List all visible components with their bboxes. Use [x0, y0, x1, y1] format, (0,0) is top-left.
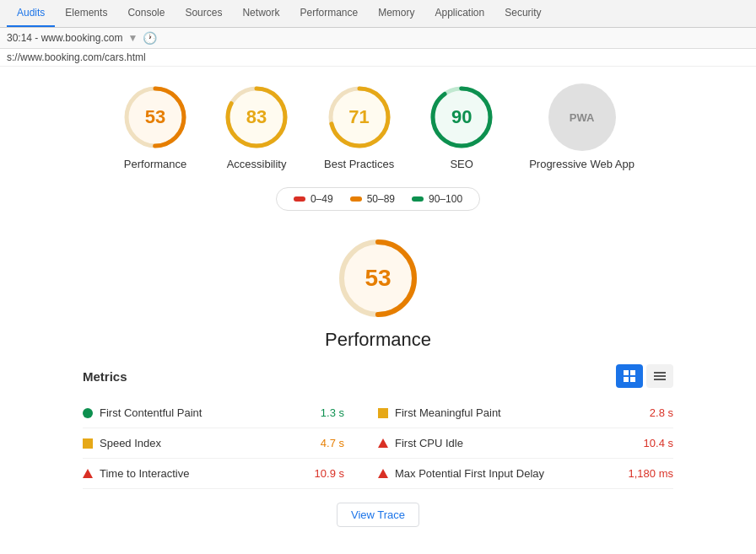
legend-item-90-100: 90–100	[412, 193, 462, 205]
svg-rect-10	[624, 370, 629, 375]
metric-name-si: Speed Index	[100, 437, 161, 449]
url-bar: 30:14 - www.booking.com ▼ 🕐	[0, 28, 756, 49]
metric-name-fcp: First Contentful Paint	[100, 406, 202, 419]
metrics-toggle-grid[interactable]	[616, 364, 643, 388]
metric-name-tti: Time to Interactive	[100, 467, 189, 480]
metric-row-2: Speed Index 4.7 s First CPU Idle 10.4 s	[83, 428, 673, 459]
metric-left-3: Time to Interactive 10.9 s	[83, 467, 378, 480]
score-label-performance: Performance	[124, 158, 186, 170]
score-label-best-practices: Best Practices	[324, 158, 394, 170]
legend-dot-orange	[350, 196, 362, 202]
score-circle-pwa: PWA	[548, 83, 616, 151]
legend: 0–49 50–89 90–100	[17, 187, 739, 211]
tab-memory[interactable]: Memory	[368, 0, 424, 27]
tab-network[interactable]: Network	[232, 0, 289, 27]
metric-icon-fcp	[83, 408, 93, 418]
score-item-accessibility: 83 Accessibility	[223, 83, 290, 170]
score-label-pwa: Progressive Web App	[529, 158, 634, 170]
metric-value-si: 4.7 s	[321, 437, 378, 449]
metrics-toggle	[616, 364, 673, 388]
svg-rect-16	[654, 379, 666, 380]
tab-performance[interactable]: Performance	[289, 0, 368, 27]
metrics-toggle-list[interactable]	[646, 364, 673, 388]
svg-rect-12	[624, 377, 629, 382]
score-number-performance: 53	[145, 106, 165, 128]
legend-label-50-89: 50–89	[367, 193, 395, 205]
score-circle-performance: 53	[122, 83, 189, 151]
metric-value-mpfid: 1,180 ms	[629, 467, 673, 480]
score-item-performance: 53 Performance	[122, 83, 189, 170]
score-number-best-practices: 71	[348, 106, 369, 128]
tab-elements[interactable]: Elements	[55, 0, 117, 27]
score-label-seo: SEO	[450, 158, 472, 170]
metric-row-1: First Contentful Paint 1.3 s First Meani…	[83, 398, 673, 428]
tab-application[interactable]: Application	[425, 0, 495, 27]
score-item-best-practices: 71 Best Practices	[324, 83, 394, 170]
metric-value-fmp: 2.8 s	[650, 406, 673, 419]
metric-icon-mpfid	[378, 469, 388, 478]
score-number-seo: 90	[451, 106, 472, 128]
metric-name-fci: First CPU Idle	[395, 437, 463, 449]
performance-title: Performance	[325, 329, 431, 351]
metric-name-mpfid: Max Potential First Input Delay	[395, 467, 544, 480]
view-trace-button[interactable]: View Trace	[337, 503, 419, 527]
score-circle-best-practices: 71	[326, 83, 393, 151]
main-content: 53 Performance 83 Accessibility	[0, 67, 756, 554]
legend-item-0-49: 0–49	[294, 193, 333, 205]
performance-big-circle: 53	[336, 236, 420, 320]
svg-rect-13	[630, 377, 635, 382]
url-short: 30:14 - www.booking.com	[7, 32, 122, 44]
legend-label-0-49: 0–49	[310, 193, 333, 205]
svg-rect-15	[654, 375, 666, 377]
legend-label-90-100: 90–100	[429, 193, 462, 205]
metric-icon-si	[83, 438, 93, 449]
metric-icon-tti	[83, 469, 93, 478]
metric-right-1: First Meaningful Paint 2.8 s	[378, 406, 673, 419]
metric-row-3: Time to Interactive 10.9 s Max Potential…	[83, 459, 673, 489]
legend-dot-green	[412, 196, 424, 202]
score-circle-seo: 90	[428, 83, 495, 151]
metric-name-fmp: First Meaningful Paint	[395, 406, 501, 419]
tab-audits[interactable]: Audits	[7, 0, 55, 27]
score-item-seo: 90 SEO	[428, 83, 495, 170]
legend-item-50-89: 50–89	[350, 193, 395, 205]
metrics-grid: First Contentful Paint 1.3 s First Meani…	[83, 398, 673, 489]
tab-console[interactable]: Console	[117, 0, 175, 27]
devtools-tab-bar: Audits Elements Console Sources Network …	[0, 0, 756, 28]
performance-section: 53 Performance Metrics	[17, 236, 739, 527]
performance-big-number: 53	[364, 265, 391, 292]
svg-rect-11	[630, 370, 635, 375]
metric-right-3: Max Potential First Input Delay 1,180 ms	[378, 467, 673, 480]
full-url: s://www.booking.com/cars.html	[0, 49, 756, 67]
score-item-pwa: PWA Progressive Web App	[529, 83, 634, 170]
score-number-accessibility: 83	[246, 106, 267, 128]
metrics-title: Metrics	[83, 369, 127, 384]
metric-value-tti: 10.9 s	[315, 467, 378, 480]
score-label-accessibility: Accessibility	[227, 158, 287, 170]
metrics-header: Metrics	[83, 364, 673, 388]
metric-value-fcp: 1.3 s	[321, 406, 378, 419]
metric-left-1: First Contentful Paint 1.3 s	[83, 406, 378, 419]
legend-inner: 0–49 50–89 90–100	[276, 187, 480, 211]
score-circle-accessibility: 83	[223, 83, 290, 151]
scores-row: 53 Performance 83 Accessibility	[17, 83, 739, 170]
tab-security[interactable]: Security	[494, 0, 551, 27]
metric-icon-fci	[378, 438, 388, 448]
metric-left-2: Speed Index 4.7 s	[83, 437, 378, 449]
metric-icon-fmp	[378, 408, 388, 418]
pwa-label: PWA	[570, 111, 595, 124]
svg-rect-14	[654, 372, 666, 374]
tab-sources[interactable]: Sources	[175, 0, 232, 27]
legend-dot-red	[294, 196, 305, 202]
metric-value-fci: 10.4 s	[644, 437, 673, 449]
metric-right-2: First CPU Idle 10.4 s	[378, 437, 673, 449]
